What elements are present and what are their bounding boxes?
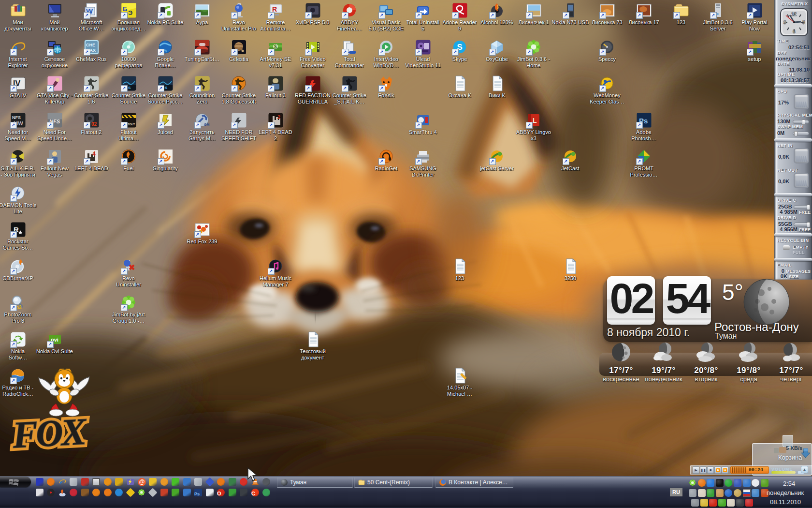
svg-text:$: $ <box>274 44 277 49</box>
svg-text:Э: Э <box>128 9 132 16</box>
svg-text:NFS: NFS <box>49 119 60 124</box>
svg-text:Б: Б <box>123 5 127 13</box>
svg-text:W: W <box>86 7 93 15</box>
svg-text:MW: MW <box>14 120 23 126</box>
svg-text:S:S: S:S <box>124 86 131 90</box>
svg-text:ovi: ovi <box>51 337 58 343</box>
svg-text:R: R <box>14 225 19 234</box>
svg-text:CHE: CHE <box>86 43 95 47</box>
svg-text:TC: TC <box>345 51 349 54</box>
svg-text:S: S <box>457 43 462 52</box>
svg-text:FLATOUT: FLATOUT <box>123 123 135 126</box>
svg-text:NFS: NFS <box>12 115 21 120</box>
svg-text:GM: GM <box>204 123 209 126</box>
svg-text:6: 6 <box>793 29 796 34</box>
svg-text:FOX: FOX <box>11 410 88 456</box>
svg-text:MAX: MAX <box>86 48 96 53</box>
svg-text:R: R <box>272 5 277 13</box>
svg-text:L: L <box>533 117 537 124</box>
svg-text:02: 02 <box>91 121 97 127</box>
svg-text:2: 2 <box>277 114 280 120</box>
svg-text:Ps: Ps <box>639 117 648 125</box>
svg-text:IV: IV <box>13 79 20 88</box>
svg-text:S:S: S:S <box>161 86 168 90</box>
svg-text:4: 4 <box>92 150 96 157</box>
svg-text:9: 9 <box>783 20 786 25</box>
svg-text:o3: o3 <box>16 305 22 310</box>
svg-text:3: 3 <box>802 20 805 25</box>
svg-text:12: 12 <box>791 12 797 17</box>
